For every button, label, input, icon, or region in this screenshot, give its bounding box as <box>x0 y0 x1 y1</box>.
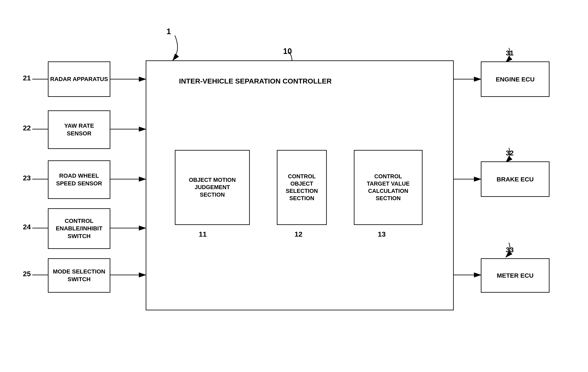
label-22: 22 <box>23 124 31 132</box>
label-31: 31 <box>506 49 514 57</box>
label-11: 11 <box>199 230 207 238</box>
road-wheel-speed-box: ROAD WHEELSPEED SENSOR <box>48 160 110 199</box>
label-10: 10 <box>283 47 292 56</box>
meter-ecu-box: METER ECU <box>481 258 549 293</box>
diagram: 21 22 23 24 25 1 10 RADAR APPARATUS YAW … <box>0 0 588 372</box>
control-enable-box: CONTROLENABLE/INHIBITSWITCH <box>48 208 110 249</box>
label-24: 24 <box>23 223 31 231</box>
label-12: 12 <box>294 230 303 238</box>
radar-apparatus-box: RADAR APPARATUS <box>48 61 110 97</box>
controller-title: INTER-VEHICLE SEPARATION CONTROLLER <box>179 77 332 85</box>
label-33: 33 <box>506 246 514 254</box>
label-1: 1 <box>167 27 171 36</box>
obj-motion-box: OBJECT MOTIONJUDGEMENTSECTION <box>175 150 250 225</box>
ctrl-obj-box: CONTROLOBJECTSELECTIONSECTION <box>277 150 327 225</box>
label-21: 21 <box>23 74 31 82</box>
brake-ecu-box: BRAKE ECU <box>481 161 549 197</box>
mode-selection-box: MODE SELECTIONSWITCH <box>48 258 110 293</box>
label-25: 25 <box>23 270 31 278</box>
yaw-rate-sensor-box: YAW RATESENSOR <box>48 110 110 149</box>
label-32: 32 <box>506 149 514 157</box>
engine-ecu-box: ENGINE ECU <box>481 61 549 97</box>
label-23: 23 <box>23 174 31 182</box>
label-13: 13 <box>378 230 386 238</box>
ctrl-target-box: CONTROLTARGET VALUECALCULATIONSECTION <box>354 150 422 225</box>
